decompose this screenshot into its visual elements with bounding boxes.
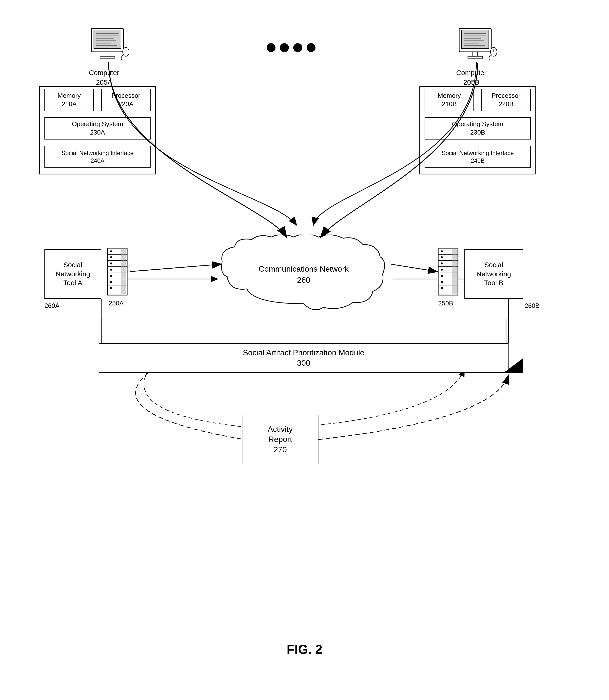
svg-point-59: [441, 262, 443, 264]
activity-report-box: ActivityReport270: [242, 415, 318, 464]
social-tool-b-box: SocialNetworkingTool B: [464, 250, 523, 299]
svg-point-62: [441, 281, 443, 283]
fig-caption-text: FIG. 2: [286, 642, 322, 656]
svg-marker-64: [504, 358, 523, 373]
server-a-icon: [106, 247, 128, 296]
diagram: Computer205A Computer205B Memory210A Pro…: [25, 20, 584, 662]
svg-point-63: [441, 287, 443, 289]
sapm-decoration: [504, 358, 523, 373]
svg-point-60: [441, 269, 443, 271]
svg-point-46: [110, 287, 112, 289]
svg-rect-25: [420, 86, 536, 174]
label-250a: 250A: [109, 299, 124, 308]
svg-point-40: [110, 250, 112, 252]
social-tool-a-box: SocialNetworkingTool A: [45, 250, 101, 299]
svg-rect-39: [121, 250, 126, 294]
label-260b: 260B: [525, 301, 540, 310]
label-250b: 250B: [438, 299, 453, 308]
svg-point-41: [110, 256, 112, 258]
svg-rect-56: [452, 250, 457, 294]
svg-point-45: [110, 281, 112, 283]
label-260a: 260A: [45, 301, 59, 310]
figure-caption: FIG. 2: [25, 642, 584, 657]
svg-text:260: 260: [297, 276, 310, 285]
server-b-icon: [437, 247, 459, 296]
svg-point-58: [441, 256, 443, 258]
svg-point-42: [110, 262, 112, 264]
svg-text:Communications Network: Communications Network: [259, 264, 349, 273]
svg-point-57: [441, 250, 443, 252]
sapm-box: Social Artifact Prioritization Module300: [99, 343, 508, 373]
svg-point-44: [110, 275, 112, 277]
svg-point-43: [110, 269, 112, 271]
svg-point-61: [441, 275, 443, 277]
communications-network-cloud: Communications Network 260: [217, 235, 390, 313]
svg-rect-24: [39, 86, 156, 174]
